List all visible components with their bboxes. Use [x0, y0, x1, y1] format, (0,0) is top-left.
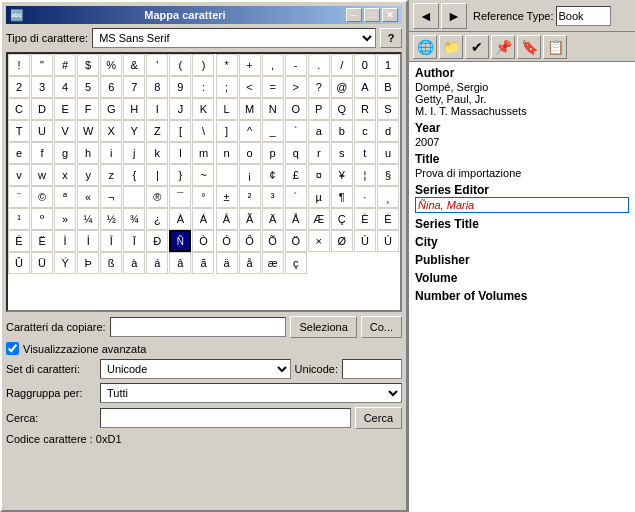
char-cell[interactable]: w	[31, 164, 53, 186]
char-cell[interactable]: >	[285, 76, 307, 98]
char-cell[interactable]: ^	[239, 120, 261, 142]
char-cell[interactable]: ¤	[308, 164, 330, 186]
char-cell[interactable]: #	[54, 54, 76, 76]
char-cell[interactable]: c	[354, 120, 376, 142]
forward-button[interactable]: ►	[441, 3, 467, 29]
char-cell[interactable]: ,	[262, 54, 284, 76]
char-cell[interactable]: ¥	[331, 164, 353, 186]
char-cell[interactable]: Ô	[239, 230, 261, 252]
char-cell[interactable]: F	[77, 98, 99, 120]
char-cell[interactable]: M	[239, 98, 261, 120]
char-cell[interactable]: s	[331, 142, 353, 164]
clipboard-icon-btn[interactable]: 📋	[543, 35, 567, 59]
char-cell[interactable]: ½	[100, 208, 122, 230]
char-cell[interactable]: ¾	[123, 208, 145, 230]
maximize-button[interactable]: □	[364, 8, 380, 22]
char-cell[interactable]: 0	[354, 54, 376, 76]
char-cell[interactable]: t	[354, 142, 376, 164]
char-cell[interactable]: ®	[146, 186, 168, 208]
font-select[interactable]: MS Sans Serif	[92, 28, 376, 48]
char-cell[interactable]: ¬	[100, 186, 122, 208]
char-cell[interactable]: ÑÑ	[169, 230, 191, 252]
char-cell[interactable]: ç	[285, 252, 307, 274]
char-cell[interactable]: ª	[54, 186, 76, 208]
char-cell[interactable]: a	[308, 120, 330, 142]
char-cell[interactable]: ±	[216, 186, 238, 208]
char-cell[interactable]: Ç	[331, 208, 353, 230]
char-cell[interactable]: f	[31, 142, 53, 164]
char-cell[interactable]: X	[100, 120, 122, 142]
char-cell[interactable]: z	[100, 164, 122, 186]
char-cell[interactable]: Z	[146, 120, 168, 142]
char-cell[interactable]: Q	[331, 98, 353, 120]
char-cell[interactable]: 4	[54, 76, 76, 98]
char-cell[interactable]: j	[123, 142, 145, 164]
char-cell[interactable]: i	[100, 142, 122, 164]
char-cell[interactable]: ×	[308, 230, 330, 252]
char-cell[interactable]: ¡	[239, 164, 261, 186]
char-cell[interactable]: {	[123, 164, 145, 186]
char-cell[interactable]: ;	[216, 76, 238, 98]
char-cell[interactable]: R	[354, 98, 376, 120]
char-cell[interactable]: º	[31, 208, 53, 230]
char-cell[interactable]: .	[308, 54, 330, 76]
char-cell[interactable]: B	[377, 76, 399, 98]
char-cell[interactable]: G	[100, 98, 122, 120]
char-cell[interactable]: C	[8, 98, 30, 120]
char-cell[interactable]: Ú	[377, 230, 399, 252]
char-cell[interactable]: 5	[77, 76, 99, 98]
char-cell[interactable]: y	[77, 164, 99, 186]
char-cell[interactable]: )	[192, 54, 214, 76]
char-cell[interactable]: h	[77, 142, 99, 164]
char-cell[interactable]: ¹	[8, 208, 30, 230]
char-cell[interactable]: ?	[308, 76, 330, 98]
char-cell[interactable]: 2	[8, 76, 30, 98]
char-cell[interactable]: Ì	[54, 230, 76, 252]
char-cell[interactable]: Y	[123, 120, 145, 142]
char-cell[interactable]: "	[31, 54, 53, 76]
charset-select[interactable]: Unicode	[100, 359, 291, 379]
group-select[interactable]: Tutti	[100, 383, 402, 403]
char-cell[interactable]: &	[123, 54, 145, 76]
char-cell[interactable]: \	[192, 120, 214, 142]
char-cell[interactable]: Æ	[308, 208, 330, 230]
char-cell[interactable]: q	[285, 142, 307, 164]
char-cell[interactable]: [	[169, 120, 191, 142]
char-cell[interactable]: ¨	[8, 186, 30, 208]
seleziona-button[interactable]: Seleziona	[290, 316, 356, 338]
search-input[interactable]	[100, 408, 351, 428]
char-cell[interactable]: 7	[123, 76, 145, 98]
char-cell[interactable]: Ò	[192, 230, 214, 252]
char-cell[interactable]: ¶	[331, 186, 353, 208]
char-cell[interactable]: /	[331, 54, 353, 76]
char-cell[interactable]: T	[8, 120, 30, 142]
char-cell[interactable]: Û	[8, 252, 30, 274]
char-cell[interactable]: Ã	[239, 208, 261, 230]
advanced-checkbox[interactable]	[6, 342, 19, 355]
check-icon-btn[interactable]: ✔	[465, 35, 489, 59]
char-cell[interactable]: 3	[31, 76, 53, 98]
char-cell[interactable]: v	[8, 164, 30, 186]
char-cell[interactable]: N	[262, 98, 284, 120]
char-cell[interactable]: ß	[100, 252, 122, 274]
char-cell[interactable]: |	[146, 164, 168, 186]
char-cell[interactable]: Á	[192, 208, 214, 230]
char-cell[interactable]: H	[123, 98, 145, 120]
char-cell[interactable]: Â	[216, 208, 238, 230]
char-cell[interactable]: o	[239, 142, 261, 164]
char-cell[interactable]: ¢	[262, 164, 284, 186]
char-cell[interactable]: e	[8, 142, 30, 164]
char-cell[interactable]: ã	[192, 252, 214, 274]
char-cell[interactable]: '	[146, 54, 168, 76]
char-cell[interactable]: ³	[262, 186, 284, 208]
char-cell[interactable]: Ó	[216, 230, 238, 252]
char-cell[interactable]: ~	[192, 164, 214, 186]
unicode-input[interactable]	[342, 359, 402, 379]
char-cell[interactable]: 9	[169, 76, 191, 98]
char-cell[interactable]: §	[377, 164, 399, 186]
folder-icon-btn[interactable]: 📁	[439, 35, 463, 59]
char-cell[interactable]: Í	[77, 230, 99, 252]
char-cell[interactable]: Å	[285, 208, 307, 230]
close-button[interactable]: ✕	[382, 8, 398, 22]
help-button[interactable]: ?	[380, 28, 402, 48]
